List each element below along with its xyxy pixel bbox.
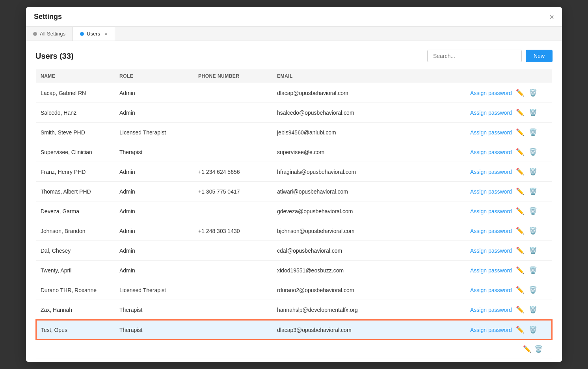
delete-icon: 🗑️: [529, 227, 537, 235]
cell-email: gdeveza@opusbehavioral.com: [272, 201, 465, 221]
tab-label-all-settings: All Settings: [40, 31, 65, 37]
cell-phone: [194, 261, 272, 280]
assign-password-link[interactable]: Assign password: [470, 228, 512, 234]
cell-actions: Assign password✏️🗑️: [465, 182, 552, 201]
cell-name: Test, Opus: [36, 320, 115, 340]
cell-phone: [194, 280, 272, 300]
delete-user-button[interactable]: 🗑️: [528, 108, 538, 117]
edit-user-button[interactable]: ✏️: [515, 127, 525, 137]
edit-user-button[interactable]: ✏️: [515, 265, 525, 275]
delete-user-button[interactable]: 🗑️: [528, 285, 538, 295]
edit-user-button[interactable]: ✏️: [515, 88, 525, 98]
col-header-actions: [465, 69, 552, 83]
cell-actions: Assign password✏️🗑️: [465, 201, 552, 221]
row-actions: Assign password✏️🗑️: [470, 265, 547, 275]
edit-user-button[interactable]: ✏️: [515, 108, 525, 117]
cell-phone: [194, 123, 272, 142]
cell-name: Thomas, Albert PHD: [36, 182, 115, 201]
edit-user-button[interactable]: ✏️: [515, 226, 525, 236]
modal-body: Users (33) New NAME ROLE PHONE NUMBER EM…: [26, 41, 562, 362]
row-actions: Assign password✏️🗑️: [470, 305, 547, 315]
edit-icon: ✏️: [516, 128, 524, 136]
delete-user-button[interactable]: 🗑️: [528, 127, 538, 137]
cell-actions: Assign password✏️🗑️: [465, 142, 552, 162]
new-user-button[interactable]: New: [526, 50, 553, 62]
edit-user-button[interactable]: ✏️: [515, 206, 525, 216]
cell-name: Supervisee, Clinician: [36, 142, 115, 162]
cell-role: Admin: [115, 103, 194, 123]
tab-dot-users: [80, 32, 84, 36]
tab-users[interactable]: Users ×: [73, 27, 115, 41]
edit-icon: ✏️: [516, 286, 524, 294]
delete-icon: 🗑️: [529, 128, 537, 136]
search-input[interactable]: [427, 50, 522, 62]
close-button[interactable]: ×: [549, 13, 554, 26]
cell-phone: [194, 83, 272, 103]
edit-icon: ✏️: [516, 108, 524, 117]
delete-user-button[interactable]: 🗑️: [528, 88, 538, 98]
assign-password-link[interactable]: Assign password: [470, 129, 512, 136]
delete-user-button[interactable]: 🗑️: [528, 206, 538, 216]
edit-user-button[interactable]: ✏️: [515, 186, 525, 196]
delete-user-button[interactable]: 🗑️: [528, 147, 538, 157]
delete-user-button[interactable]: 🗑️: [528, 167, 538, 177]
edit-user-button[interactable]: ✏️: [515, 305, 525, 315]
col-header-email: EMAIL: [272, 69, 465, 83]
table-row: Johnson, BrandonAdmin+1 248 303 1430bjoh…: [36, 221, 552, 241]
tabs-bar: All Settings Users ×: [26, 27, 562, 41]
tab-close-users[interactable]: ×: [104, 31, 108, 37]
assign-password-link[interactable]: Assign password: [470, 169, 512, 175]
col-header-role: ROLE: [115, 69, 194, 83]
header-right: New: [427, 50, 553, 62]
cell-phone: [194, 103, 272, 123]
cell-email: hsalcedo@opusbehavioral.com: [272, 103, 465, 123]
modal-overlay[interactable]: Settings × All Settings Users × Users (3…: [0, 0, 588, 369]
assign-password-link[interactable]: Assign password: [470, 188, 512, 195]
delete-icon: 🗑️: [529, 266, 537, 274]
cell-email: hannahslp@developmentalfx.org: [272, 300, 465, 320]
row-actions: Assign password✏️🗑️: [470, 186, 547, 196]
edit-user-button[interactable]: ✏️: [515, 285, 525, 295]
delete-user-button[interactable]: 🗑️: [528, 305, 538, 315]
delete-icon: 🗑️: [529, 148, 537, 156]
edit-user-button[interactable]: ✏️: [515, 147, 525, 157]
table-row: Thomas, Albert PHDAdmin+1 305 775 0417at…: [36, 182, 552, 201]
assign-password-link[interactable]: Assign password: [470, 110, 512, 116]
delete-user-button[interactable]: 🗑️: [528, 226, 538, 236]
cell-phone: +1 234 624 5656: [194, 162, 272, 182]
table-row: Lacap, Gabriel RNAdmindlacap@opusbehavio…: [36, 83, 552, 103]
assign-password-link[interactable]: Assign password: [470, 208, 512, 214]
assign-password-link[interactable]: Assign password: [470, 149, 512, 155]
delete-user-button[interactable]: 🗑️: [528, 246, 538, 255]
cell-role: Licensed Therapist: [115, 280, 194, 300]
edit-user-button[interactable]: ✏️: [515, 325, 525, 335]
row-actions: Assign password✏️🗑️: [470, 147, 547, 157]
cell-name: Salcedo, Hanz: [36, 103, 115, 123]
assign-password-link[interactable]: Assign password: [470, 267, 512, 274]
assign-password-link[interactable]: Assign password: [470, 327, 512, 333]
edit-icon: ✏️: [516, 207, 524, 215]
edit-user-button[interactable]: ✏️: [515, 246, 525, 255]
delete-user-button[interactable]: 🗑️: [528, 325, 538, 335]
table-row: Test, OpusTherapistdlacap3@opusbehaviora…: [36, 320, 552, 340]
table-row-partial: ✏️🗑️: [36, 340, 552, 358]
delete-icon: 🗑️: [529, 306, 537, 314]
assign-password-link[interactable]: Assign password: [470, 90, 512, 96]
table-row: Franz, Henry PHDAdmin+1 234 624 5656hfra…: [36, 162, 552, 182]
table-row: Deveza, GarmaAdmingdeveza@opusbehavioral…: [36, 201, 552, 221]
assign-password-link[interactable]: Assign password: [470, 248, 512, 254]
edit-user-button[interactable]: ✏️: [515, 167, 525, 177]
tab-all-settings[interactable]: All Settings: [26, 27, 73, 41]
table-row: Zax, HannahTherapisthannahslp@developmen…: [36, 300, 552, 320]
tab-label-users: Users: [87, 31, 100, 37]
delete-user-button[interactable]: 🗑️: [528, 186, 538, 196]
delete-user-button[interactable]: 🗑️: [528, 265, 538, 275]
edit-icon: ✏️: [516, 187, 524, 196]
cell-role: Admin: [115, 221, 194, 241]
cell-actions: Assign password✏️🗑️: [465, 83, 552, 103]
assign-password-link[interactable]: Assign password: [470, 287, 512, 293]
delete-icon: 🗑️: [529, 168, 537, 176]
cell-name: Franz, Henry PHD: [36, 162, 115, 182]
cell-email: dlacap@opusbehavioral.com: [272, 83, 465, 103]
assign-password-link[interactable]: Assign password: [470, 307, 512, 313]
